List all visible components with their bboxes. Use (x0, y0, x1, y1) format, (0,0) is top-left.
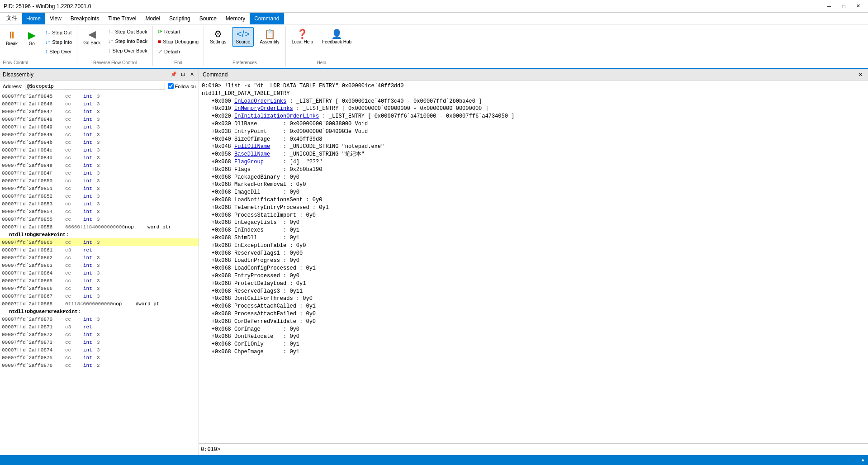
disassembly-row[interactable]: 00007ffd`2aff0845ccint3 (0, 92, 199, 100)
break-button[interactable]: ⏸ Break (3, 28, 21, 48)
cmd-link[interactable]: InLoadOrderLinks (234, 98, 286, 104)
disassembly-row[interactable]: 00007ffd`2aff0850ccint3 (0, 177, 199, 185)
source-button[interactable]: </> Source (232, 27, 254, 47)
close-button[interactable]: ✕ (852, 2, 864, 11)
dis-type: int (83, 255, 97, 261)
cmd-link[interactable]: BaseDllName (234, 151, 270, 157)
disassembly-row[interactable]: 00007ffd`2aff0846ccint3 (0, 100, 199, 108)
disassembly-row[interactable]: 00007ffd`2aff0866ccint3 (0, 285, 199, 292)
menu-command[interactable]: Command (250, 13, 284, 24)
disassembly-row[interactable]: 00007ffd`2aff0847ccint3 (0, 108, 199, 115)
disassembly-row[interactable]: 00007ffd`2aff0862ccint3 (0, 254, 199, 261)
dis-bytes: cc (65, 217, 83, 222)
step-into-back-button[interactable]: ↓↑ Step Into Back (106, 37, 150, 46)
dis-address: 00007ffd`2aff084a (2, 132, 65, 138)
disassembly-row[interactable]: 00007ffd`2aff084cccint3 (0, 146, 199, 154)
disassembly-label-row: ntdll!DbgUserBreakPoint: (0, 308, 199, 315)
command-output-line: +0x068 ProtectDelayLoad : 0y1 (202, 280, 865, 288)
command-output[interactable]: 0:010> !list -x "dt _LDR_DATA_TABLE_ENTR… (199, 81, 868, 443)
menu-view[interactable]: View (45, 13, 66, 24)
disassembly-row[interactable]: 00007ffd`2aff0854ccint3 (0, 208, 199, 215)
cmd-link[interactable]: InInitializationOrderLinks (234, 113, 319, 119)
command-close-button[interactable]: ✕ (856, 71, 864, 79)
menu-model[interactable]: Model (141, 13, 165, 24)
disassembly-row[interactable]: 00007ffd`2aff0861c3ret (0, 246, 199, 254)
follow-cursor-checkbox[interactable] (168, 83, 174, 89)
menu-file[interactable]: 文件 (2, 13, 22, 24)
disassembly-row[interactable]: 00007ffd`2aff0849ccint3 (0, 123, 199, 131)
disassembly-row[interactable]: 00007ffd`2aff0853ccint3 (0, 200, 199, 208)
cmd-link[interactable]: InMemoryOrderLinks (234, 105, 293, 112)
disassembly-row[interactable]: 00007ffd`2aff084bccint3 (0, 138, 199, 146)
disassembly-row[interactable]: 00007ffd`2aff0855ccint3 (0, 215, 199, 223)
disassembly-row[interactable]: 00007ffd`2aff0874ccint3 (0, 346, 199, 354)
disassembly-undock-button[interactable]: ⊡ (179, 71, 187, 79)
disassembly-row[interactable]: 00007ffd`2aff0867ccint3 (0, 292, 199, 300)
dis-num: 3 (97, 217, 104, 222)
command-output-line: 0:010> !list -x "dt _LDR_DATA_TABLE_ENTR… (202, 82, 865, 90)
disassembly-row[interactable]: 00007ffd`2aff084accint3 (0, 131, 199, 138)
disassembly-row[interactable]: 00007ffd`2aff0863ccint3 (0, 261, 199, 269)
dis-bytes: cc (65, 171, 83, 176)
step-over-back-button[interactable]: ↕ Step Over Back (106, 46, 150, 55)
settings-button[interactable]: ⚙ Settings (207, 27, 229, 47)
address-input[interactable] (25, 83, 165, 90)
dis-address: 00007ffd`2aff0852 (2, 194, 65, 199)
menu-source[interactable]: Source (195, 13, 221, 24)
go-button[interactable]: ▶ Go (23, 28, 41, 48)
feedback-hub-button[interactable]: 👤 Feedback Hub (319, 27, 355, 47)
cmd-link[interactable]: FlagGroup (234, 159, 264, 165)
disassembly-row[interactable]: 00007ffd`2aff0870ccint3 (0, 315, 199, 323)
disassembly-row[interactable]: 00007ffd`2aff0860ccint3 (0, 238, 199, 246)
disassembly-row[interactable]: 00007ffd`2aff0871c3ret (0, 323, 199, 331)
restart-button[interactable]: ⟳ Restart (156, 27, 182, 36)
menu-timetravel[interactable]: Time Travel (104, 13, 141, 24)
disassembly-row[interactable]: 00007ffd`2aff084eccint3 (0, 161, 199, 169)
step-out-button[interactable]: ↑↓ Step Out (43, 28, 74, 37)
disassembly-close-button[interactable]: ✕ (188, 71, 196, 79)
step-over-button[interactable]: ↕ Step Over (43, 47, 74, 56)
disassembly-row[interactable]: 00007ffd`2aff08680f1f840000000000nopdwor… (0, 300, 199, 308)
stop-debugging-button[interactable]: ■ Stop Debugging (156, 37, 201, 46)
go-button-group: ▶ Go (23, 28, 41, 48)
dis-num: 3 (97, 132, 104, 138)
disassembly-row[interactable]: 00007ffd`2aff085666660f1f840000000000nop… (0, 223, 199, 231)
command-input[interactable] (221, 446, 866, 453)
cmd-link[interactable]: FullDllName (234, 143, 270, 150)
dis-address: 00007ffd`2aff084d (2, 155, 65, 161)
minimize-button[interactable]: ─ (823, 2, 835, 11)
disassembly-row[interactable]: 00007ffd`2aff0865ccint3 (0, 277, 199, 285)
dis-bytes: cc (65, 155, 83, 161)
disassembly-row[interactable]: 00007ffd`2aff0848ccint3 (0, 115, 199, 123)
menu-breakpoints[interactable]: Breakpoints (66, 13, 104, 24)
command-input-bar: 0:010> (199, 443, 868, 455)
menu-memory[interactable]: Memory (221, 13, 250, 24)
maximize-button[interactable]: □ (837, 2, 850, 11)
assembly-button[interactable]: 📋 Assembly (256, 27, 282, 47)
disassembly-row[interactable]: 00007ffd`2aff0864ccint3 (0, 269, 199, 277)
step-into-button[interactable]: ↓↑ Step Into (43, 38, 74, 47)
disassembly-row[interactable]: 00007ffd`2aff0852ccint3 (0, 192, 199, 200)
disassembly-row[interactable]: 00007ffd`2aff084dccint3 (0, 154, 199, 161)
menu-home[interactable]: Home (22, 13, 45, 24)
detach-button[interactable]: ⤢ Detach (156, 47, 182, 56)
menu-scripting[interactable]: Scripting (165, 13, 195, 24)
dis-address: 00007ffd`2aff0864 (2, 270, 65, 276)
disassembly-row[interactable]: 00007ffd`2aff084fccint3 (0, 169, 199, 177)
dis-bytes: cc (65, 255, 83, 261)
disassembly-content[interactable]: 00007ffd`2aff0845ccint300007ffd`2aff0846… (0, 92, 199, 455)
disassembly-label-row: ntdll!DbgBreakPoint: (0, 231, 199, 238)
dis-type: int (83, 347, 97, 353)
disassembly-row[interactable]: 00007ffd`2aff0876ccint2 (0, 361, 199, 369)
step-out-back-button[interactable]: ↑↓ Step Out Back (106, 27, 150, 36)
disassembly-row[interactable]: 00007ffd`2aff0872ccint3 (0, 331, 199, 338)
disassembly-pin-button[interactable]: 📌 (170, 71, 178, 79)
disassembly-row[interactable]: 00007ffd`2aff0875ccint3 (0, 354, 199, 361)
dis-address: 00007ffd`2aff0851 (2, 186, 65, 191)
disassembly-row[interactable]: 00007ffd`2aff0873ccint3 (0, 338, 199, 346)
local-help-button[interactable]: ❓ Local Help (289, 27, 316, 47)
go-back-button[interactable]: ◀ Go Back (80, 27, 104, 47)
disassembly-row[interactable]: 00007ffd`2aff0851ccint3 (0, 185, 199, 192)
dis-num: 3 (97, 171, 104, 176)
dis-num: 3 (97, 140, 104, 145)
